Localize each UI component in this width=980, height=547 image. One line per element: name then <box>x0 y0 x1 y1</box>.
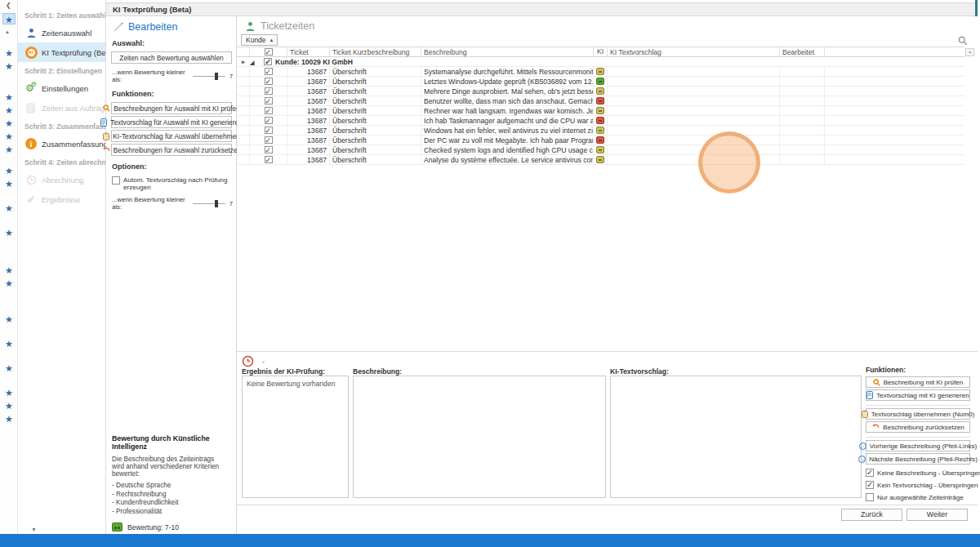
favorite-star-icon[interactable] <box>2 265 16 276</box>
table-row[interactable]: 13687 Überschrift Systemanalyse durchgef… <box>237 67 964 77</box>
back-button[interactable]: Zurück <box>841 509 902 521</box>
table-row[interactable]: 13687 Überschrift Mehrere Dinge ausprobi… <box>237 87 964 96</box>
group-row[interactable]: ▸ ◢ Kunde: 10029 KI GmbH <box>237 57 964 67</box>
column-header-ki[interactable]: KI <box>594 47 608 56</box>
row-checkbox[interactable] <box>265 78 273 85</box>
circle-right-arrow-icon: → <box>858 456 866 463</box>
auto-threshold-row: ...wenn Bewertung kleiner als: 7 <box>106 191 236 211</box>
column-header-bearbeitet[interactable]: Bearbeitet <box>780 47 825 56</box>
apply-suggestion-button[interactable]: Textvorschlag übernehmen (Num0) <box>866 408 970 420</box>
divider <box>237 505 978 505</box>
favorite-star-icon[interactable] <box>2 400 16 411</box>
clock-icon <box>24 173 38 186</box>
suggestion-textarea[interactable] <box>610 376 862 498</box>
favorite-star-icon[interactable] <box>2 178 16 189</box>
group-by-chip[interactable]: Kunde ▲ <box>241 34 278 46</box>
search-icon[interactable] <box>958 36 968 46</box>
row-checkbox[interactable] <box>265 146 273 153</box>
table-row[interactable]: 13687 Überschrift Rechner war halt langs… <box>237 106 964 116</box>
reset-descriptions-button[interactable]: Beschreibungen für Auswahl zurücksetzen <box>111 144 232 156</box>
favorite-star-icon[interactable] <box>2 118 16 129</box>
group-expand-icon[interactable]: ◢ <box>250 57 261 66</box>
table-row[interactable]: 13687 Überschrift Analyse du système eff… <box>237 155 964 165</box>
favorite-star-icon[interactable] <box>2 105 16 116</box>
row-checkbox[interactable] <box>265 127 273 134</box>
sidebar-item-zusammenfassung[interactable]: i Zusammenfassung <box>18 134 105 153</box>
button-label: Beschreibung zurücksetzen <box>883 424 964 431</box>
table-row[interactable]: 13687 Überschrift Windows hat ein fehler… <box>237 126 964 136</box>
skip-no-suggestion-checkbox[interactable] <box>866 481 874 489</box>
reset-description-button[interactable]: Beschreibung zurücksetzen <box>866 421 970 433</box>
favorite-star-icon[interactable] <box>2 91 16 103</box>
favorite-star-icon[interactable] <box>2 202 16 214</box>
favorite-star-icon[interactable] <box>2 278 16 289</box>
row-checkbox[interactable] <box>265 117 273 124</box>
checkbox-label: Autom. Textvorschlag nach Prüfung erzeug… <box>123 176 234 191</box>
row-checkbox[interactable] <box>265 136 273 144</box>
next-button[interactable]: Weiter <box>906 509 968 521</box>
select-all-checkbox[interactable] <box>265 48 273 56</box>
sidebar-item-label: Zusammenfassung <box>42 140 105 149</box>
ki-badge-icon: KI <box>24 46 38 59</box>
table-row[interactable]: 13687 Überschrift Checked system logs an… <box>237 145 964 155</box>
table-row[interactable]: 13687 Überschrift Letztes Windows-Update… <box>237 77 964 87</box>
row-checkbox[interactable] <box>265 107 273 114</box>
column-header-kurzbeschreibung[interactable]: Ticket Kurzbeschreibung <box>330 47 421 56</box>
favorite-star-icon[interactable] <box>2 314 16 325</box>
column-header-textvorschlag[interactable]: KI Textvorschlag <box>608 47 780 56</box>
favorite-star-icon[interactable] <box>2 60 16 72</box>
favorite-star-icon[interactable] <box>2 144 16 155</box>
rating-slider[interactable] <box>193 76 225 77</box>
favorite-star-icon[interactable] <box>2 13 16 24</box>
ai-rating-legend: Bewertung durch Künstliche Intelligenz D… <box>112 434 232 547</box>
column-options-icon[interactable]: ▪ <box>965 48 974 56</box>
row-checkbox[interactable] <box>265 156 273 163</box>
step2-header: Schritt 2: Einstellungen <box>18 62 105 78</box>
sidebar-item-ki-textpruefung[interactable]: KI KI Textprüfung (Beta) <box>18 42 105 62</box>
table-row[interactable]: 13687 Überschrift Benutzer wollte, dass … <box>237 96 964 106</box>
check-descriptions-button[interactable]: Beschreibungen für Auswahl mit KI prüfen <box>111 102 232 114</box>
sidebar-item-einstellungen[interactable]: ⚙⚙ Einstellungen <box>18 78 105 98</box>
favorite-star-icon[interactable] <box>2 47 16 59</box>
sidebar-item-label: Zeiten aus Aufträgen <box>42 104 105 113</box>
scroll-up-icon[interactable]: ▲ <box>5 29 10 34</box>
column-header-ticket[interactable]: Ticket <box>287 47 330 56</box>
table-row[interactable]: 13687 Überschrift Der PC war zu voll mit… <box>237 136 964 145</box>
description-textarea[interactable] <box>353 376 606 498</box>
ki-rating-icon <box>596 146 604 153</box>
favorite-star-icon[interactable] <box>2 338 16 349</box>
favorite-star-icon[interactable] <box>2 131 16 142</box>
pencil-icon <box>113 21 124 33</box>
favorite-star-icon[interactable] <box>2 362 16 374</box>
ticket-cell: 13687 <box>287 87 330 96</box>
auto-rating-slider[interactable] <box>193 203 225 204</box>
description-cell: Windows hat ein fehler, weil antivirus z… <box>421 126 594 135</box>
select-by-rating-button[interactable]: Zeiten nach Bewertung auswählen <box>111 51 232 64</box>
row-checkbox[interactable] <box>265 68 273 75</box>
description-cell: Benutzer wollte, dass man sich das ansch… <box>421 96 594 105</box>
favorite-star-icon[interactable] <box>2 165 16 176</box>
previous-description-button[interactable]: ← Vorherige Beschreibung (Pfeil-Links) <box>866 440 970 451</box>
column-header-beschreibung[interactable]: Beschreibung <box>421 47 594 56</box>
generate-suggestion-button[interactable]: Textvorschlag mit KI generieren <box>866 389 970 401</box>
auto-suggestion-checkbox[interactable] <box>112 176 120 185</box>
check-description-button[interactable]: Beschreibung mit KI prüfen <box>866 376 970 388</box>
row-checkbox[interactable] <box>265 87 273 95</box>
generate-suggestions-button[interactable]: Textvorschlag für Auswahl mit KI generie… <box>111 116 232 128</box>
next-description-button[interactable]: → Nächste Beschreibung (Pfeil-Rechts) <box>866 453 970 465</box>
favorite-star-icon[interactable] <box>2 227 16 238</box>
favorite-star-icon[interactable] <box>2 387 16 398</box>
ticket-cell: 13687 <box>287 136 330 145</box>
skip-no-description-checkbox[interactable] <box>866 469 874 477</box>
suggestion-cell <box>608 136 780 145</box>
row-checkbox[interactable] <box>265 97 273 105</box>
sidebar-item-zeitenauswahl[interactable]: Zeitenauswahl <box>18 23 105 42</box>
table-row[interactable]: 13687 Überschrift Ich hab Taskmannager a… <box>237 116 964 126</box>
group-checkbox[interactable] <box>264 58 272 65</box>
apply-suggestions-button[interactable]: KI-Textvorschlag für Auswahl übernehmen <box>111 130 232 142</box>
ki-rating-icon <box>596 78 604 85</box>
scroll-down-icon[interactable]: ▼ <box>31 527 37 532</box>
only-selected-entries-checkbox[interactable] <box>866 493 874 501</box>
favorite-star-icon[interactable] <box>2 413 16 425</box>
collapse-chevron-icon[interactable]: ❮ <box>6 2 11 9</box>
